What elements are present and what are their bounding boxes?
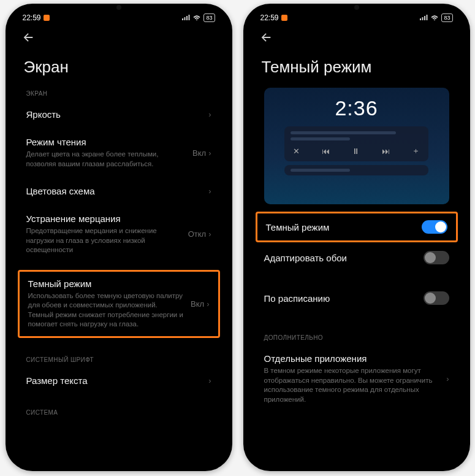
screen-left: 22:59 83 Экран ЭКРАН Яркость [12,10,226,465]
chevron-right-icon: › [208,110,211,119]
shuffle-icon: ✕ [293,147,300,156]
chevron-right-icon: › [208,376,211,385]
toggle-switch[interactable] [424,291,449,305]
page-title: Темный режим [249,47,464,88]
row-title: По расписанию [264,293,417,304]
chevron-right-icon: › [446,374,449,383]
section-more: ДОПОЛНИТЕЛЬНО [252,332,462,345]
row-individual-apps[interactable]: Отдельные приложения В темном режиме нек… [252,345,462,413]
row-value: Откл [188,229,207,239]
back-button[interactable] [21,31,35,44]
row-dark-mode[interactable]: Темный режим Использовать более темную ц… [18,270,220,338]
row-text-size[interactable]: Размер текста › [14,367,224,394]
row-title: Яркость [26,109,203,120]
row-reading-mode[interactable]: Режим чтения Делает цвета на экране боле… [14,128,224,177]
status-time: 22:59 [260,13,279,22]
toggle-switch[interactable] [424,251,449,264]
row-dark-mode-toggle[interactable]: Темный режим [256,212,458,242]
notification-icon [44,15,50,21]
status-bar: 22:59 83 [249,10,464,26]
phone-right: 22:59 83 Темный режим 2:36 [243,4,470,471]
row-title: Цветовая схема [26,186,203,196]
next-icon: ⏭ [382,147,390,156]
row-title: Отдельные приложения [264,353,441,364]
battery-icon: 83 [203,13,215,22]
chevron-right-icon: › [208,148,211,158]
prev-icon: ⏮ [322,147,330,156]
signal-icon [181,15,190,21]
row-desc: Использовать более темную цветовую палит… [28,291,185,329]
toggle-switch[interactable] [422,220,447,234]
row-brightness[interactable]: Яркость › [14,101,224,128]
section-screen: ЭКРАН [14,88,224,101]
chevron-right-icon: › [207,299,209,309]
dark-mode-preview: 2:36 ✕ ⏮ ⏸ ⏭ ＋ [264,88,449,204]
row-value: Вкл [191,299,204,309]
row-desc: В темном режиме некоторые приложения мог… [264,366,441,404]
wifi-icon [192,15,201,21]
preview-time: 2:36 [335,96,378,120]
battery-icon: 83 [441,13,452,22]
row-desc: Делает цвета на экране более теплыми, по… [26,150,187,169]
row-title: Темный режим [28,278,185,289]
section-font: СИСТЕМНЫЙ ШРИФТ [14,354,224,367]
plus-icon: ＋ [412,145,420,156]
row-title: Адаптировать обои [264,253,417,263]
pause-icon: ⏸ [352,147,360,156]
chevron-right-icon: › [208,186,211,196]
row-adapt-wallpaper[interactable]: Адаптировать обои [252,242,462,273]
status-time: 22:59 [23,13,41,22]
row-color-scheme[interactable]: Цветовая схема › [14,177,224,205]
row-value: Вкл [192,148,206,158]
preview-notif-card [284,165,429,175]
chevron-right-icon: › [208,229,211,239]
back-button[interactable] [259,31,273,44]
section-system: СИСТЕМА [14,407,224,420]
status-bar: 22:59 83 [12,10,226,26]
row-title: Размер текста [26,375,203,386]
row-title: Темный режим [266,222,416,232]
notification-icon [281,15,287,21]
wifi-icon [430,15,439,21]
row-flicker[interactable]: Устранение мерцания Предотвращение мерца… [14,205,224,264]
row-title: Режим чтения [26,137,187,147]
screen-right: 22:59 83 Темный режим 2:36 [249,10,464,465]
row-desc: Предотвращение мерцания и снижение нагру… [26,226,182,255]
page-title: Экран [12,47,226,88]
preview-media-card: ✕ ⏮ ⏸ ⏭ ＋ [284,126,429,161]
phone-left: 22:59 83 Экран ЭКРАН Яркость [6,4,232,471]
row-schedule[interactable]: По расписанию [252,283,462,313]
row-title: Устранение мерцания [26,213,182,224]
signal-icon [419,15,428,21]
